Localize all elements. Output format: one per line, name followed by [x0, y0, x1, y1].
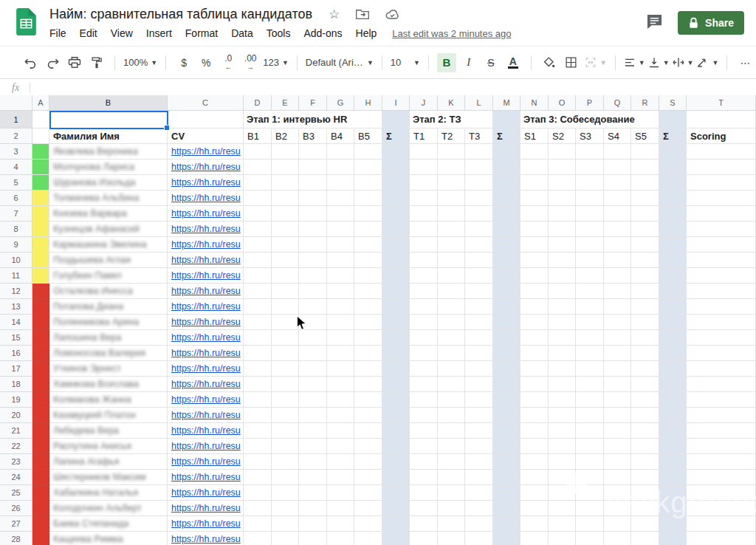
- cell-T17[interactable]: [687, 361, 756, 377]
- cell-F10[interactable]: [299, 253, 327, 268]
- cell-M17[interactable]: [493, 361, 520, 377]
- cell-L24[interactable]: [465, 470, 493, 485]
- cell-D11[interactable]: [244, 268, 272, 284]
- menu-item-data[interactable]: Data: [224, 27, 260, 39]
- cell-R11[interactable]: [631, 268, 659, 284]
- cell-F9[interactable]: [299, 237, 327, 253]
- field-label-C[interactable]: CV: [168, 128, 244, 144]
- cell-F26[interactable]: [299, 501, 327, 516]
- cell-S14[interactable]: [659, 315, 687, 330]
- status-cell[interactable]: [32, 392, 49, 408]
- decrease-decimal-button[interactable]: .0←: [219, 53, 238, 72]
- row-header-28[interactable]: 28: [0, 532, 32, 545]
- cloud-saved-icon[interactable]: [385, 9, 399, 20]
- cell-E27[interactable]: [272, 516, 299, 532]
- cell-Q17[interactable]: [604, 361, 631, 377]
- cell-C1[interactable]: [168, 111, 244, 128]
- cell-H9[interactable]: [354, 237, 382, 253]
- name-cell[interactable]: Уткинов Эрнест: [49, 361, 168, 377]
- cell-L16[interactable]: [465, 346, 493, 361]
- cell-I3[interactable]: [382, 144, 410, 160]
- cell-J16[interactable]: [410, 346, 438, 361]
- cell-L3[interactable]: [465, 144, 493, 160]
- field-label-N[interactable]: S1: [520, 128, 549, 144]
- cell-N10[interactable]: [520, 253, 549, 268]
- cell-P12[interactable]: [576, 284, 604, 299]
- row-header-9[interactable]: 9: [0, 237, 32, 253]
- cell-B1[interactable]: [49, 111, 168, 128]
- cell-G18[interactable]: [327, 377, 354, 392]
- star-icon[interactable]: ☆: [329, 7, 340, 22]
- cell-J28[interactable]: [410, 532, 438, 545]
- cell-S25[interactable]: [659, 485, 687, 501]
- cell-H15[interactable]: [354, 330, 382, 346]
- cell-G7[interactable]: [327, 206, 354, 222]
- cell-T20[interactable]: [687, 408, 756, 423]
- cell-R20[interactable]: [631, 408, 659, 423]
- fill-color-button[interactable]: [540, 53, 559, 72]
- cell-S16[interactable]: [659, 346, 687, 361]
- row-header-3[interactable]: 3: [0, 144, 32, 160]
- cell-E24[interactable]: [272, 470, 299, 485]
- cell-G20[interactable]: [327, 408, 354, 423]
- menu-item-format[interactable]: Format: [179, 27, 224, 39]
- cell-N13[interactable]: [520, 299, 549, 315]
- font-select[interactable]: Default (Ari…▼: [306, 53, 374, 72]
- cv-cell[interactable]: https://hh.ru/resu: [168, 470, 244, 485]
- cell-G11[interactable]: [327, 268, 354, 284]
- cell-L15[interactable]: [465, 330, 493, 346]
- cell-Q23[interactable]: [604, 454, 631, 470]
- cell-N6[interactable]: [520, 191, 549, 206]
- paint-format-button[interactable]: [87, 53, 106, 72]
- cell-M15[interactable]: [493, 330, 520, 346]
- column-header-S[interactable]: S: [659, 95, 687, 111]
- cell-D23[interactable]: [244, 454, 272, 470]
- cell-G26[interactable]: [327, 501, 354, 516]
- cv-cell[interactable]: https://hh.ru/resu: [168, 160, 244, 175]
- field-label-Q[interactable]: S4: [604, 128, 631, 144]
- cell-K3[interactable]: [438, 144, 465, 160]
- name-cell[interactable]: Баева Степанида: [49, 516, 168, 532]
- cell-R8[interactable]: [631, 222, 659, 237]
- cell-I17[interactable]: [382, 361, 410, 377]
- cell-S23[interactable]: [659, 454, 687, 470]
- cell-F12[interactable]: [299, 284, 327, 299]
- row-header-11[interactable]: 11: [0, 268, 32, 284]
- name-cell[interactable]: Князева Варвара: [49, 206, 168, 222]
- cell-P16[interactable]: [576, 346, 604, 361]
- cell-H5[interactable]: [354, 175, 382, 191]
- cell-J3[interactable]: [410, 144, 438, 160]
- print-button[interactable]: [65, 53, 84, 72]
- cv-link[interactable]: https://hh.ru/resu: [171, 286, 241, 296]
- status-cell[interactable]: [32, 284, 49, 299]
- cell-N15[interactable]: [520, 330, 549, 346]
- cell-N23[interactable]: [520, 454, 549, 470]
- cell-T19[interactable]: [687, 392, 756, 408]
- cell-K24[interactable]: [438, 470, 465, 485]
- cell-Q21[interactable]: [604, 423, 631, 439]
- cell-M28[interactable]: [493, 532, 520, 545]
- cell-N1[interactable]: Этап 3: Собеседование: [520, 111, 549, 128]
- field-label-R[interactable]: S5: [631, 128, 659, 144]
- cell-A1[interactable]: [32, 111, 49, 128]
- menu-item-tools[interactable]: Tools: [260, 27, 298, 39]
- cell-F7[interactable]: [299, 206, 327, 222]
- cv-cell[interactable]: https://hh.ru/resu: [168, 392, 244, 408]
- status-cell[interactable]: [32, 532, 49, 545]
- name-cell[interactable]: Голубкин Павел: [49, 268, 168, 284]
- cell-F8[interactable]: [299, 222, 327, 237]
- cell-P6[interactable]: [576, 191, 604, 206]
- cell-S8[interactable]: [659, 222, 687, 237]
- cell-I7[interactable]: [382, 206, 410, 222]
- row-header-20[interactable]: 20: [0, 408, 32, 423]
- cell-M18[interactable]: [493, 377, 520, 392]
- cv-cell[interactable]: https://hh.ru/resu: [168, 346, 244, 361]
- cell-O6[interactable]: [549, 191, 576, 206]
- cell-F17[interactable]: [299, 361, 327, 377]
- cell-T16[interactable]: [687, 346, 756, 361]
- cell-S28[interactable]: [659, 532, 687, 545]
- column-header-F[interactable]: F: [299, 95, 327, 111]
- menu-item-edit[interactable]: Edit: [73, 27, 104, 39]
- cell-P18[interactable]: [576, 377, 604, 392]
- status-cell[interactable]: [32, 439, 49, 454]
